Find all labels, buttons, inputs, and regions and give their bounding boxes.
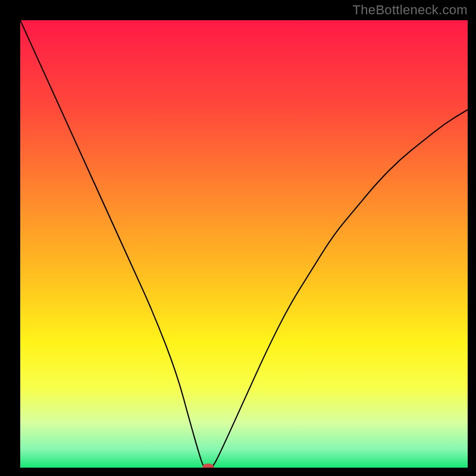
frame-right (468, 0, 476, 476)
chart-container: TheBottleneck.com (0, 0, 476, 476)
frame-bottom (0, 468, 476, 476)
frame-left (0, 0, 20, 476)
watermark-text: TheBottleneck.com (353, 2, 468, 18)
bottleneck-plot (0, 0, 476, 476)
